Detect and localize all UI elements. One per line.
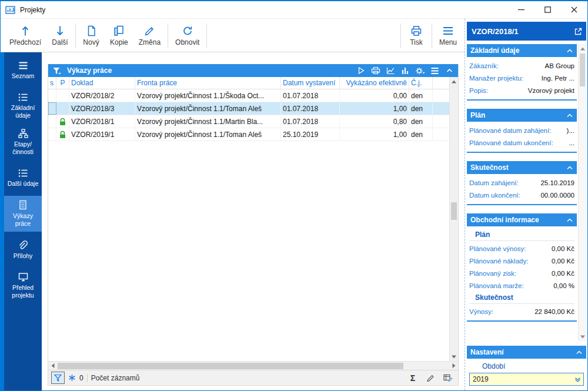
cell-vykazano[interactable]: 1,00 [340, 102, 409, 115]
sidebar-item-prilohy[interactable]: Přílohy [4, 232, 42, 268]
obdobi-combobox[interactable]: 2019 [469, 373, 584, 386]
title-bar: Projekty [1, 1, 587, 19]
sidebar-item-zakladni-udaje[interactable]: Základní údaje [4, 88, 42, 124]
section-header[interactable]: Skutečnost [467, 161, 577, 174]
row-indicator-cell[interactable] [48, 115, 56, 128]
sidebar-item-dalsi-udaje[interactable]: Další údaje [4, 160, 42, 196]
sidebar-item-etapy-cinnosti[interactable]: Etapy/činnosti [4, 124, 42, 160]
scroll-down-arrow-icon[interactable] [579, 332, 586, 341]
cell-doklad[interactable]: VZOR/2018/1 [69, 115, 135, 128]
section-header[interactable]: Nastavení [467, 346, 586, 359]
column-header-s[interactable]: s [48, 77, 56, 89]
cell-doklad[interactable]: VZOR/2019/1 [69, 128, 135, 141]
bar-chart-icon[interactable] [399, 65, 411, 76]
new-button[interactable]: Nový [78, 21, 105, 51]
table-row[interactable]: VZOR/2019/1 Vzorový projekt/Činnost 1.1/… [48, 128, 449, 141]
cell-vykazano[interactable]: 0,00 [340, 89, 409, 102]
detail-scrollbar[interactable] [578, 44, 586, 341]
field-popis: Popis: Vzorový projekt [469, 84, 574, 96]
cell-fronta[interactable]: Vzorový projekt/Činnost 1.1/Toman Aleš [135, 102, 281, 115]
dropdown-chevron-icon[interactable] [572, 373, 583, 385]
collapse-chevron-icon[interactable] [566, 217, 573, 223]
section-header[interactable]: Plán [467, 109, 577, 122]
settings-gear-icon[interactable] [414, 65, 426, 76]
cell-datum[interactable]: 25.10.2019 [281, 128, 340, 141]
scrollbar-thumb[interactable] [451, 202, 457, 220]
table-row[interactable]: VZOR/2018/1 Vzorový projekt/Činnost 1.1/… [48, 115, 449, 128]
asterisk-icon[interactable] [68, 374, 76, 382]
detail-panel: VZOR/2018/1 Základní údaje Zákaz [465, 19, 587, 390]
cell-cj[interactable]: den [409, 128, 433, 141]
column-header-p[interactable]: P [56, 77, 69, 89]
horizontal-scrollbar[interactable] [48, 361, 458, 370]
row-indicator-cell[interactable] [48, 128, 56, 141]
cell-fronta[interactable]: Vzorový projekt/Činnost 1.1/Škoda Oct... [135, 89, 281, 102]
sum-icon[interactable]: Σ [406, 372, 420, 384]
next-button[interactable]: Další [46, 21, 74, 51]
cell-datum[interactable]: 01.07.2018 [281, 102, 340, 115]
menu-button[interactable]: Menu [434, 21, 462, 51]
column-header-fronta[interactable]: Fronta práce [135, 77, 281, 89]
sidebar-item-vykazy-prace[interactable]: Výkazy práce [4, 196, 42, 232]
column-header-cj[interactable]: Č.j. [409, 77, 433, 89]
worklog-table: s P Doklad Fronta práce Datum vystavení … [48, 77, 449, 361]
cell-fronta[interactable]: Vzorový projekt/Činnost 1.1/Martin Bla..… [135, 115, 281, 128]
minimize-button[interactable] [508, 1, 534, 18]
scrollbar-thumb[interactable] [580, 54, 585, 86]
edit-pencil-icon[interactable] [423, 372, 437, 384]
table-row[interactable]: VZOR/2018/2 Vzorový projekt/Činnost 1.1/… [48, 89, 449, 102]
collapse-chevron-icon[interactable] [566, 165, 573, 171]
column-header-datum[interactable]: Datum vystavení [281, 77, 340, 89]
section-header[interactable]: Základní údaje [467, 44, 577, 57]
window-title: Projekty [20, 6, 45, 14]
vertical-scrollbar[interactable] [449, 77, 458, 361]
open-in-window-icon[interactable] [574, 27, 583, 36]
maximize-button[interactable] [534, 1, 561, 18]
cell-fronta[interactable]: Vzorový projekt/Činnost 1.1/Toman Aleš [135, 128, 281, 141]
scrollbar-thumb[interactable] [58, 363, 403, 369]
print-icon[interactable] [370, 65, 382, 76]
column-header-vykazano[interactable]: Vykázáno efektivně [340, 77, 409, 89]
change-button[interactable]: Změna [133, 21, 166, 51]
grid-menu-icon[interactable] [429, 65, 440, 76]
table-edit-icon[interactable] [441, 372, 455, 384]
cell-datum[interactable]: 01.07.2018 [281, 89, 340, 102]
run-icon[interactable] [355, 65, 367, 76]
print-button[interactable]: Tisk [403, 21, 430, 51]
cell-cj[interactable]: den [409, 89, 433, 102]
change-label: Změna [139, 38, 161, 46]
sidebar-item-seznam[interactable]: Seznam [4, 52, 42, 88]
row-indicator-cell[interactable] [48, 102, 56, 115]
main-area: Výkazy práce [42, 52, 465, 390]
cell-vykazano[interactable]: 0,80 [340, 115, 409, 128]
collapse-chevron-icon[interactable] [576, 349, 583, 356]
section-zakladni-udaje: Základní údaje Zákazník: AB Group Manaže… [467, 44, 577, 101]
cell-doklad[interactable]: VZOR/2018/2 [69, 89, 135, 102]
collapse-chevron-icon[interactable] [566, 112, 573, 119]
table-row-selected[interactable]: VZOR/2018/3 Vzorový projekt/Činnost 1.1/… [48, 102, 449, 115]
scroll-right-arrow-icon[interactable] [449, 363, 458, 368]
filter-toggle-button[interactable] [51, 372, 65, 384]
copy-button[interactable]: Kopie [105, 21, 133, 51]
collapse-chevron-icon[interactable] [566, 48, 573, 54]
refresh-button[interactable]: Obnovit [170, 21, 205, 51]
cell-cj[interactable]: den [409, 115, 433, 128]
scroll-up-arrow-icon[interactable] [450, 77, 458, 86]
column-header-doklad[interactable]: Doklad [69, 77, 135, 89]
cell-datum[interactable]: 01.07.2018 [281, 115, 340, 128]
sidebar-item-prehled-projektu[interactable]: Přehled projektu [4, 268, 42, 303]
line-chart-icon[interactable] [385, 65, 396, 76]
scroll-down-arrow-icon[interactable] [450, 352, 458, 361]
previous-button[interactable]: Předchozí [4, 21, 46, 51]
filter-funnel-icon[interactable] [51, 65, 63, 76]
cell-cj[interactable]: den [409, 102, 433, 115]
section-header[interactable]: Obchodní informace [467, 213, 577, 226]
cell-vykazano[interactable]: 1,00 [340, 128, 409, 141]
close-button[interactable] [561, 1, 587, 18]
sidebar-item-label: Přehled projektu [5, 284, 41, 299]
scroll-left-arrow-icon[interactable] [48, 363, 57, 368]
row-indicator-cell[interactable] [48, 89, 56, 102]
cell-doklad[interactable]: VZOR/2018/3 [69, 102, 135, 115]
scroll-up-arrow-icon[interactable] [579, 44, 586, 53]
collapse-chevron-icon[interactable] [443, 65, 455, 76]
